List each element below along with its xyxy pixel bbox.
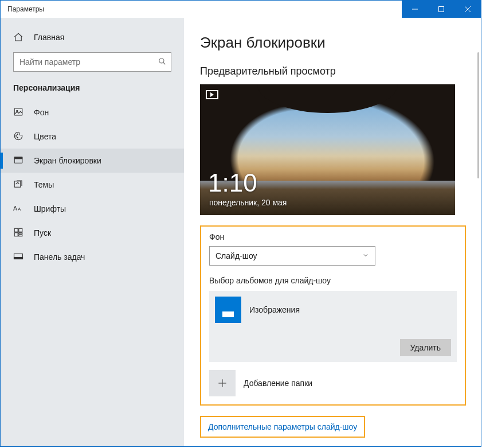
window-controls (402, 1, 481, 18)
sidebar: Главная Персонализация Фон (1, 18, 184, 446)
sidebar-item-colors[interactable]: Цвета (1, 124, 184, 149)
window-title: Параметры (1, 5, 44, 13)
svg-point-4 (159, 58, 164, 63)
sidebar-item-label: Панель задач (34, 252, 85, 262)
themes-icon (13, 179, 23, 191)
minimize-button[interactable] (402, 1, 428, 18)
sidebar-item-label: Цвета (34, 132, 56, 141)
svg-text:A: A (18, 206, 21, 211)
home-icon (13, 32, 23, 42)
preview-heading: Предварительный просмотр (200, 65, 466, 77)
advanced-link-highlight: Дополнительные параметры слайд-шоу (200, 416, 365, 438)
search-input[interactable] (19, 57, 158, 67)
sidebar-item-lockscreen[interactable]: Экран блокировки (1, 149, 184, 173)
maximize-button[interactable] (428, 1, 454, 18)
start-icon (13, 227, 23, 239)
sidebar-item-fonts[interactable]: AA Шрифты (1, 197, 184, 221)
sidebar-item-label: Шрифты (34, 204, 66, 213)
delete-button[interactable]: Удалить (400, 339, 451, 356)
background-label: Фон (209, 232, 457, 241)
image-icon (13, 107, 23, 119)
search-box[interactable] (13, 52, 171, 72)
taskbar-icon (13, 251, 23, 263)
add-icon (209, 370, 236, 396)
svg-rect-16 (14, 228, 18, 232)
svg-rect-22 (14, 257, 23, 259)
sidebar-item-label: Пуск (34, 228, 51, 237)
albums-label: Выбор альбомов для слайд-шоу (209, 276, 457, 285)
advanced-slideshow-link[interactable]: Дополнительные параметры слайд-шоу (208, 422, 357, 431)
close-button[interactable] (454, 1, 481, 18)
search-container (13, 52, 171, 72)
content-area: Экран блокировки Предварительный просмот… (184, 18, 481, 446)
svg-text:A: A (13, 204, 17, 211)
svg-rect-12 (14, 157, 22, 158)
sidebar-item-taskbar[interactable]: Панель задач (1, 245, 184, 269)
slideshow-badge-icon (206, 90, 218, 99)
svg-point-10 (17, 137, 18, 138)
album-name: Изображения (249, 305, 300, 314)
chevron-down-icon (362, 251, 369, 260)
svg-rect-20 (19, 235, 22, 236)
home-link[interactable]: Главная (1, 26, 184, 49)
background-settings-highlight: Фон Слайд-шоу Выбор альбомов для слайд-ш… (200, 225, 466, 406)
home-label: Главная (34, 33, 64, 42)
preview-date: понедельник, 20 мая (209, 198, 287, 207)
sidebar-item-themes[interactable]: Темы (1, 173, 184, 197)
album-row: Изображения (215, 297, 451, 323)
svg-rect-17 (19, 228, 22, 232)
add-folder-label: Добавление папки (244, 379, 312, 388)
lockscreen-icon (13, 155, 23, 167)
lockscreen-preview: 1:10 понедельник, 20 мая (200, 84, 455, 215)
svg-line-5 (163, 62, 166, 64)
sidebar-item-start[interactable]: Пуск (1, 221, 184, 245)
add-folder-row[interactable]: Добавление папки (209, 368, 457, 396)
fonts-icon: AA (13, 204, 23, 215)
background-value: Слайд-шоу (215, 251, 257, 260)
titlebar: Параметры (1, 1, 481, 18)
preview-time: 1:10 (208, 170, 257, 196)
search-icon (158, 57, 166, 67)
svg-point-9 (17, 134, 18, 135)
svg-rect-18 (14, 232, 18, 236)
pictures-folder-icon (215, 297, 241, 323)
palette-icon (13, 131, 23, 143)
svg-point-8 (16, 135, 17, 137)
album-item[interactable]: Изображения Удалить (209, 291, 457, 362)
page-title: Экран блокировки (200, 34, 466, 52)
sidebar-item-label: Фон (34, 108, 49, 117)
body: Главная Персонализация Фон (1, 18, 481, 446)
settings-window: Параметры Главная (0, 0, 481, 447)
scroll-thumb[interactable] (477, 52, 479, 178)
album-actions: Удалить (215, 339, 451, 356)
svg-rect-1 (439, 7, 444, 12)
svg-point-7 (17, 110, 18, 111)
sidebar-item-label: Экран блокировки (34, 156, 101, 165)
sidebar-item-background[interactable]: Фон (1, 100, 184, 124)
section-title: Персонализация (1, 81, 184, 100)
scrollbar[interactable] (476, 52, 480, 446)
svg-rect-19 (19, 232, 22, 233)
sidebar-item-label: Темы (34, 180, 54, 189)
background-dropdown[interactable]: Слайд-шоу (209, 246, 375, 266)
svg-rect-13 (14, 181, 21, 187)
